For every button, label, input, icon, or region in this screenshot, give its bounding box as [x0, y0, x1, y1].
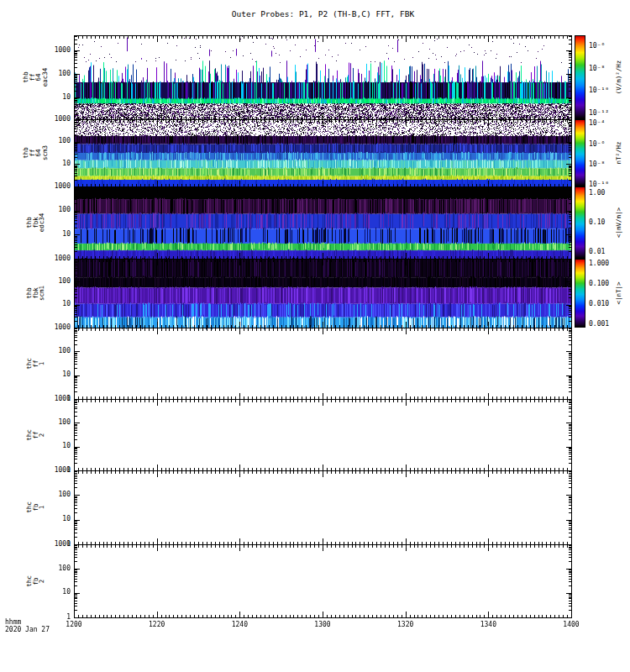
- y-tick-label: 100: [0, 347, 71, 354]
- x-tick-label: 1240: [218, 621, 260, 628]
- y-tick-label: 1000: [0, 540, 71, 548]
- x-tick-label: 1220: [136, 621, 178, 628]
- y-tick-label: 10: [0, 160, 71, 167]
- y-tick-label: 1000: [0, 115, 71, 123]
- y-tick-label: 10: [0, 515, 71, 522]
- panel-ylabel-thc-ff-2: thc ff 2: [26, 429, 45, 441]
- x-axis-unit-label: hhmm: [5, 618, 21, 626]
- colorbar-unit-label: <|mV/m|>: [616, 207, 622, 238]
- colorbar-tick-label: 10⁻¹⁰: [589, 181, 609, 188]
- y-tick-label: 100: [0, 137, 71, 144]
- x-tick-label: 1300: [302, 621, 344, 628]
- x-tick-label: 1320: [385, 621, 427, 628]
- y-tick-label: 10: [0, 93, 71, 101]
- colorbar-tick-label: 10⁻¹²: [589, 109, 609, 117]
- colorbar-tick-label: 10⁻⁸: [589, 65, 605, 72]
- colorbar-thb-fbk-scm1: [575, 259, 585, 328]
- colorbar-tick-label: 10⁻⁴: [589, 119, 605, 127]
- x-tick-label: 1200: [53, 621, 95, 628]
- y-tick-label: 100: [0, 491, 71, 498]
- x-tick-label: 1340: [467, 621, 509, 628]
- colorbar-unit-label: (V/m)²/Hz: [616, 60, 622, 95]
- colorbar-tick-label: 10⁻⁶: [589, 42, 605, 50]
- spectrogram-plot-canvas: [74, 35, 572, 618]
- y-tick-label: 1000: [0, 46, 71, 54]
- panel-ylabel-thb-ff-64-scm3: thb ff 64 scm3: [23, 145, 48, 160]
- date-label: 2020 Jan 27: [5, 626, 50, 633]
- colorbar-unit-label: nT²/Hz: [616, 141, 622, 164]
- y-tick-label: 10: [0, 588, 71, 596]
- colorbar-tick-label: 1.00: [589, 189, 605, 197]
- panel-ylabel-thc-ff-1: thc ff 1: [26, 358, 45, 370]
- colorbar-thb-ff-64-scm3: [575, 119, 585, 186]
- colorbar-tick-label: 10⁻⁸: [589, 160, 605, 168]
- colorbar-tick-label: 0.100: [589, 280, 609, 287]
- plot-title: Outer Probes: P1, P2 (TH-B,C) FFT, FBK: [74, 9, 572, 18]
- colorbar-tick-label: 0.001: [589, 320, 609, 328]
- y-tick-label: 1000: [0, 255, 71, 262]
- colorbar-thb-ff-64-eac34: [575, 35, 585, 119]
- colorbar-tick-label: 0.010: [589, 300, 609, 307]
- y-tick-label: 100: [0, 206, 71, 213]
- y-tick-label: 100: [0, 564, 71, 572]
- tplot-window: Outer Probes: P1, P2 (TH-B,C) FFT, FBK t…: [0, 0, 630, 672]
- y-tick-label: 1000: [0, 182, 71, 190]
- panel-ylabel-thc-fb-2: thc fb 2: [26, 575, 45, 587]
- colorbar-thb-fbk-edc34: [575, 186, 585, 259]
- colorbar-tick-label: 1.000: [589, 260, 609, 267]
- panel-ylabel-thb-fbk-scm1: thb fbk scm1: [26, 286, 45, 301]
- y-tick-label: 100: [0, 70, 71, 77]
- colorbar-tick-label: 0.10: [589, 218, 605, 226]
- y-tick-label: 10: [0, 300, 71, 307]
- y-tick-label: 1000: [0, 466, 71, 474]
- y-tick-label: 100: [0, 418, 71, 426]
- y-tick-label: 1000: [0, 395, 71, 402]
- colorbar-tick-label: 0.01: [589, 248, 605, 255]
- panel-ylabel-thc-fb-1: thc fb 1: [26, 501, 45, 513]
- y-tick-label: 10: [0, 442, 71, 449]
- colorbar-tick-label: 10⁻¹⁰: [589, 87, 609, 94]
- colorbar-unit-label: <|nT|>: [616, 281, 622, 304]
- y-tick-label: 1000: [0, 323, 71, 331]
- y-tick-label: 10: [0, 370, 71, 378]
- y-tick-label: 100: [0, 277, 71, 285]
- colorbar-tick-label: 10⁻⁶: [589, 140, 605, 148]
- y-tick-label: 10: [0, 230, 71, 238]
- x-tick-label: 1400: [550, 621, 592, 628]
